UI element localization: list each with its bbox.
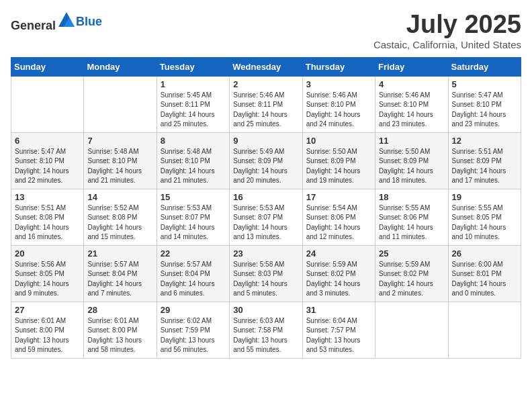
day-number: 2 <box>233 79 298 89</box>
calendar-cell: 5Sunrise: 5:47 AMSunset: 8:10 PMDaylight… <box>448 76 521 132</box>
logo: General Blue <box>11 11 102 33</box>
day-info: Sunset: 8:01 PM <box>452 269 517 279</box>
day-info: Sunrise: 5:46 AM <box>379 91 444 101</box>
day-info: Sunrise: 5:55 AM <box>379 203 444 214</box>
day-info: Sunset: 8:06 PM <box>379 213 444 223</box>
day-info: Sunrise: 5:52 AM <box>87 203 152 214</box>
day-number: 13 <box>15 192 80 202</box>
day-info: Daylight: 14 hours and 19 minutes. <box>306 167 371 186</box>
day-number: 1 <box>161 79 226 89</box>
day-info: Sunset: 8:05 PM <box>452 213 517 223</box>
calendar-cell: 31Sunrise: 6:04 AMSunset: 7:57 PMDayligh… <box>302 302 375 358</box>
day-info: Daylight: 14 hours and 13 minutes. <box>233 223 298 242</box>
day-info: Sunrise: 5:57 AM <box>161 260 226 270</box>
calendar-cell: 3Sunrise: 5:46 AMSunset: 8:10 PMDaylight… <box>302 76 375 132</box>
day-info: Sunset: 8:08 PM <box>87 213 152 223</box>
calendar-week-row: 6Sunrise: 5:47 AMSunset: 8:10 PMDaylight… <box>11 132 521 189</box>
day-info: Sunset: 8:03 PM <box>233 269 298 279</box>
day-info: Sunset: 8:04 PM <box>161 269 226 279</box>
day-info: Daylight: 13 hours and 56 minutes. <box>161 336 226 355</box>
day-number: 14 <box>87 192 152 202</box>
calendar-cell: 17Sunrise: 5:54 AMSunset: 8:06 PMDayligh… <box>302 189 375 245</box>
day-info: Sunset: 8:00 PM <box>15 326 80 336</box>
calendar-cell <box>448 302 521 358</box>
day-info: Sunset: 8:02 PM <box>306 269 371 279</box>
day-info: Daylight: 14 hours and 22 minutes. <box>15 167 80 186</box>
day-info: Sunrise: 5:56 AM <box>15 260 80 270</box>
calendar-cell: 29Sunrise: 6:02 AMSunset: 7:59 PMDayligh… <box>157 302 229 358</box>
day-info: Daylight: 14 hours and 20 minutes. <box>233 167 298 186</box>
day-number: 27 <box>15 305 80 315</box>
day-info: Sunrise: 5:45 AM <box>161 91 226 101</box>
day-info: Daylight: 14 hours and 3 minutes. <box>306 279 371 299</box>
day-number: 16 <box>233 192 298 202</box>
day-number: 5 <box>452 79 517 89</box>
day-info: Sunrise: 6:01 AM <box>15 316 80 326</box>
day-info: Sunset: 8:04 PM <box>87 269 152 279</box>
day-info: Daylight: 13 hours and 55 minutes. <box>233 336 298 355</box>
day-info: Daylight: 14 hours and 6 minutes. <box>161 279 226 299</box>
calendar-cell: 27Sunrise: 6:01 AMSunset: 8:00 PMDayligh… <box>11 302 84 358</box>
day-info: Sunrise: 6:04 AM <box>306 316 371 326</box>
day-number: 28 <box>87 305 152 315</box>
day-info: Sunrise: 5:57 AM <box>87 260 152 270</box>
day-info: Daylight: 14 hours and 25 minutes. <box>233 110 298 130</box>
day-info: Daylight: 13 hours and 58 minutes. <box>87 336 152 355</box>
day-info: Sunrise: 5:53 AM <box>233 203 298 214</box>
day-number: 19 <box>452 192 517 202</box>
day-info: Sunrise: 5:49 AM <box>233 147 298 157</box>
day-info: Sunrise: 5:55 AM <box>452 203 517 214</box>
day-number: 12 <box>452 136 517 146</box>
day-info: Sunset: 8:09 PM <box>452 156 517 167</box>
day-info: Sunset: 8:10 PM <box>379 100 444 110</box>
day-info: Sunrise: 6:00 AM <box>452 260 517 270</box>
day-info: Sunset: 8:10 PM <box>306 100 371 110</box>
day-info: Daylight: 13 hours and 53 minutes. <box>306 336 371 355</box>
calendar-week-row: 13Sunrise: 5:51 AMSunset: 8:08 PMDayligh… <box>11 189 521 245</box>
day-info: Sunset: 8:10 PM <box>87 156 152 167</box>
day-number: 30 <box>233 305 298 315</box>
day-number: 11 <box>379 136 444 146</box>
calendar-table: SundayMondayTuesdayWednesdayThursdayFrid… <box>11 57 521 359</box>
calendar-cell <box>11 76 84 132</box>
calendar-cell: 22Sunrise: 5:57 AMSunset: 8:04 PMDayligh… <box>157 245 229 302</box>
day-info: Daylight: 14 hours and 21 minutes. <box>161 167 226 186</box>
calendar-week-row: 1Sunrise: 5:45 AMSunset: 8:11 PMDaylight… <box>11 76 521 132</box>
day-info: Sunrise: 5:59 AM <box>306 260 371 270</box>
calendar-cell: 8Sunrise: 5:48 AMSunset: 8:10 PMDaylight… <box>157 132 229 189</box>
calendar-cell: 26Sunrise: 6:00 AMSunset: 8:01 PMDayligh… <box>448 245 521 302</box>
day-number: 6 <box>15 136 80 146</box>
day-info: Daylight: 14 hours and 12 minutes. <box>306 223 371 242</box>
day-info: Daylight: 14 hours and 16 minutes. <box>15 223 80 242</box>
day-info: Daylight: 14 hours and 23 minutes. <box>452 110 517 130</box>
main-title: July 2025 <box>373 11 521 39</box>
calendar-cell: 21Sunrise: 5:57 AMSunset: 8:04 PMDayligh… <box>84 245 157 302</box>
calendar-cell: 28Sunrise: 6:01 AMSunset: 8:00 PMDayligh… <box>84 302 157 358</box>
day-info: Sunset: 8:11 PM <box>233 100 298 110</box>
day-info: Sunset: 8:07 PM <box>161 213 226 223</box>
day-info: Daylight: 13 hours and 59 minutes. <box>15 336 80 355</box>
day-info: Sunrise: 6:01 AM <box>87 316 152 326</box>
day-info: Sunset: 8:10 PM <box>452 100 517 110</box>
day-info: Sunrise: 6:02 AM <box>161 316 226 326</box>
day-info: Sunset: 7:59 PM <box>161 326 226 336</box>
day-info: Sunset: 8:11 PM <box>161 100 226 110</box>
weekday-header: Friday <box>375 57 448 76</box>
calendar-cell: 11Sunrise: 5:50 AMSunset: 8:09 PMDayligh… <box>375 132 448 189</box>
weekday-header: Monday <box>84 57 157 76</box>
day-info: Sunset: 8:08 PM <box>15 213 80 223</box>
day-info: Daylight: 14 hours and 10 minutes. <box>452 223 517 242</box>
day-info: Daylight: 14 hours and 21 minutes. <box>87 167 152 186</box>
day-info: Sunrise: 6:03 AM <box>233 316 298 326</box>
calendar-cell: 13Sunrise: 5:51 AMSunset: 8:08 PMDayligh… <box>11 189 84 245</box>
day-info: Sunset: 7:58 PM <box>233 326 298 336</box>
day-number: 24 <box>306 248 371 259</box>
day-number: 3 <box>306 79 371 89</box>
day-info: Sunset: 8:06 PM <box>306 213 371 223</box>
day-info: Daylight: 14 hours and 18 minutes. <box>379 167 444 186</box>
day-info: Sunrise: 5:46 AM <box>233 91 298 101</box>
calendar-cell <box>375 302 448 358</box>
page-header: General Blue July 2025 Castaic, Californ… <box>11 11 521 50</box>
day-info: Sunset: 8:10 PM <box>161 156 226 167</box>
day-number: 26 <box>452 248 517 259</box>
